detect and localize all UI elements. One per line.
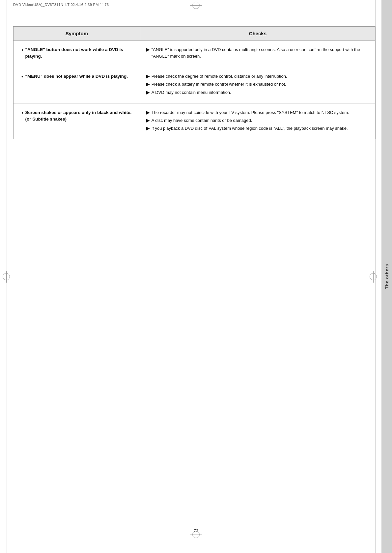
check-item-1-0: ▶Please check the degree of remote contr… bbox=[146, 73, 369, 80]
table-row: •"ANGLE" button does not work while a DV… bbox=[14, 41, 376, 67]
symptom-text-0: "ANGLE" button does not work while a DVD… bbox=[25, 46, 135, 60]
checks-cell-0: ▶"ANGLE" is supported only in a DVD cont… bbox=[140, 41, 375, 67]
check-arrow-1-2: ▶ bbox=[146, 89, 150, 96]
troubleshoot-table: Symptom Checks •"ANGLE" button does not … bbox=[13, 26, 376, 139]
check-item-1-2: ▶A DVD may not contain menu information. bbox=[146, 89, 369, 96]
header-checks: Checks bbox=[140, 27, 375, 41]
symptom-bullet-2: •Screen shakes or appears only in black … bbox=[21, 109, 135, 123]
side-tab-label: The others bbox=[384, 264, 389, 289]
check-text-1-0: Please check the degree of remote contro… bbox=[152, 73, 287, 80]
check-text-1-2: A DVD may not contain menu information. bbox=[152, 89, 231, 96]
symptom-cell-0: •"ANGLE" button does not work while a DV… bbox=[14, 41, 140, 67]
check-text-1-1: Please check a battery in remote control… bbox=[152, 81, 286, 88]
symptom-text-1: "MENU" does not appear while a DVD is pl… bbox=[25, 73, 128, 80]
check-arrow-2-2: ▶ bbox=[146, 125, 150, 132]
main-content: Symptom Checks •"ANGLE" button does not … bbox=[13, 26, 376, 520]
header-symptom: Symptom bbox=[14, 27, 140, 41]
check-arrow-1-1: ▶ bbox=[146, 81, 150, 88]
symptom-bullet-1: •"MENU" does not appear while a DVD is p… bbox=[21, 73, 135, 80]
header-text: DVD-Video(USA)_DV6T811N–LT 02.4.16 2:39 … bbox=[13, 3, 109, 7]
check-text-2-2: If you playback a DVD disc of PAL system… bbox=[152, 125, 348, 132]
check-text-0-0: "ANGLE" is supported only in a DVD conta… bbox=[152, 46, 369, 60]
bullet-dot-0: • bbox=[21, 46, 23, 54]
symptom-cell-1: •"MENU" does not appear while a DVD is p… bbox=[14, 67, 140, 103]
check-item-1-1: ▶Please check a battery in remote contro… bbox=[146, 81, 369, 88]
symptom-text-2: Screen shakes or appears only in black a… bbox=[25, 109, 135, 123]
table-header-row: Symptom Checks bbox=[14, 27, 376, 41]
side-tab: The others bbox=[381, 0, 392, 553]
reg-mark-left-center bbox=[3, 273, 10, 280]
checks-cell-2: ▶The recorder may not coincide with your… bbox=[140, 103, 375, 139]
checks-cell-1: ▶Please check the degree of remote contr… bbox=[140, 67, 375, 103]
bullet-dot-1: • bbox=[21, 73, 23, 80]
check-text-2-0: The recorder may not coincide with your … bbox=[152, 109, 349, 116]
check-arrow-2-1: ▶ bbox=[146, 117, 150, 124]
table-row: •"MENU" does not appear while a DVD is p… bbox=[14, 67, 376, 103]
symptom-bullet-0: •"ANGLE" button does not work while a DV… bbox=[21, 46, 135, 60]
bullet-dot-2: • bbox=[21, 109, 23, 117]
table-row: •Screen shakes or appears only in black … bbox=[14, 103, 376, 139]
check-item-0-0: ▶"ANGLE" is supported only in a DVD cont… bbox=[146, 46, 369, 60]
check-arrow-2-0: ▶ bbox=[146, 109, 150, 116]
check-item-2-1: ▶A disc may have some contaminants or be… bbox=[146, 117, 369, 124]
reg-mark-top-center bbox=[192, 2, 200, 9]
check-item-2-0: ▶The recorder may not coincide with your… bbox=[146, 109, 369, 116]
check-arrow-0-0: ▶ bbox=[146, 46, 150, 53]
page-number: 73 bbox=[194, 528, 198, 533]
check-arrow-1-0: ▶ bbox=[146, 73, 150, 80]
check-item-2-2: ▶If you playback a DVD disc of PAL syste… bbox=[146, 125, 369, 132]
symptom-cell-2: •Screen shakes or appears only in black … bbox=[14, 103, 140, 139]
check-text-2-1: A disc may have some contaminants or be … bbox=[152, 117, 252, 124]
